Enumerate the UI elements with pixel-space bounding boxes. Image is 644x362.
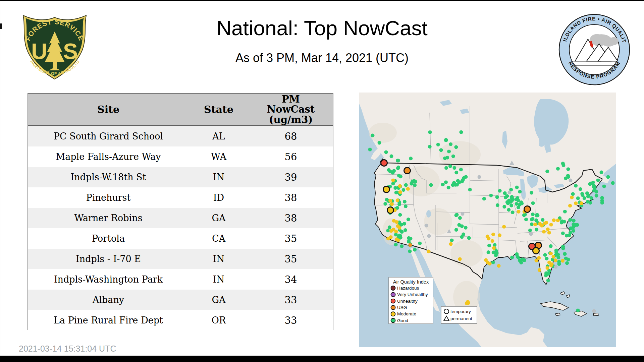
state-cell: IN [189, 254, 249, 264]
monitor-dot [545, 170, 549, 173]
monitor-dot [436, 143, 440, 146]
monitor-dot [523, 258, 526, 262]
monitor-dot [540, 224, 544, 228]
monitor-dot [444, 138, 448, 142]
monitor-dot [449, 142, 452, 146]
monitor-dot [448, 164, 452, 168]
monitor-dot [491, 239, 494, 243]
page-subtitle: As of 3 PM, Mar 14, 2021 (UTC) [0, 51, 644, 65]
aqi-legend-title: Air Quality Index [393, 279, 429, 285]
monitor-dot [572, 222, 575, 226]
monitor-dot [492, 246, 496, 250]
state-cell: IN [189, 172, 249, 182]
temporary-marker-icon [444, 309, 449, 314]
table-row: Maple Falls-Azure WayWA56 [28, 146, 333, 167]
monitor-dot [407, 218, 410, 221]
site-cell: Pinehurst [28, 192, 189, 203]
monitor-dot [467, 236, 471, 240]
monitor-dot [368, 148, 372, 152]
highlighted-site-marker [383, 186, 390, 193]
value-cell: 33 [249, 294, 333, 306]
legend-label-good: Good [397, 318, 408, 323]
monitor-dot [410, 182, 413, 186]
value-cell: 68 [249, 131, 333, 142]
monitor-dot [563, 210, 567, 214]
monitor-dot [396, 166, 400, 169]
monitor-dot [491, 233, 495, 236]
table-header-row: SiteStatePM NowCast (ug/m3) [28, 94, 333, 126]
monitor-dot [505, 200, 509, 204]
temporary-label: temporary [450, 309, 471, 314]
site-cell: Albany [28, 295, 189, 305]
legend-swatch-good [391, 318, 395, 323]
monitor-dot [488, 262, 492, 265]
monitor-dot [489, 194, 493, 197]
highlighted-site-marker [524, 206, 531, 213]
monitor-dot [561, 259, 565, 263]
monitor-dot [392, 228, 395, 231]
site-cell: Indpls-Washington Park [28, 274, 189, 285]
permanent-label: permanent [450, 316, 472, 321]
value-cell: 38 [249, 192, 333, 203]
monitor-dot [454, 171, 458, 174]
monitor-dot [580, 201, 583, 205]
monitor-dot [534, 219, 538, 222]
state-cell: OR [189, 315, 249, 325]
monitor-dot [396, 159, 399, 163]
monitor-dot [545, 266, 549, 270]
state-cell: WA [189, 152, 249, 162]
monitor-dot [460, 180, 464, 183]
monitor-dot [556, 167, 560, 171]
monitor-dot [531, 213, 535, 216]
monitor-dot [590, 196, 593, 200]
monitor-dot [404, 228, 407, 232]
monitor-dot [452, 166, 456, 170]
page-title: National: Top NowCast [0, 16, 644, 40]
monitor-dot [482, 197, 486, 200]
monitor-dot [524, 218, 528, 221]
monitor-dot [486, 235, 489, 238]
monitor-dot [389, 235, 393, 239]
monitor-dot [515, 186, 519, 189]
monitor-dot [445, 156, 449, 160]
monitor-dot [402, 222, 406, 226]
monitor-dot [487, 250, 490, 254]
monitor-dot [398, 190, 402, 194]
monitor-dot [468, 188, 472, 191]
monitor-dot [392, 169, 396, 173]
monitor-dot [516, 255, 520, 259]
monitor-dot [459, 130, 463, 134]
monitor-dot [531, 217, 534, 221]
monitor-dot [596, 179, 600, 182]
monitor-dot [522, 213, 526, 217]
monitor-dot [508, 191, 512, 194]
value-cell: 35 [249, 253, 333, 265]
monitor-dot [396, 238, 400, 242]
legend-swatch-very_unhealthy [391, 292, 395, 297]
monitor-dot [464, 226, 468, 230]
monitor-dot [589, 182, 592, 185]
legend-label-very_unhealthy: Very Unhealthy [397, 292, 428, 297]
monitor-dot [535, 228, 538, 232]
monitor-dot [497, 264, 501, 268]
monitor-dot [546, 227, 550, 231]
monitor-dot [556, 253, 560, 256]
monitor-dot [592, 309, 596, 313]
monitor-dot [404, 183, 408, 187]
monitor-dot [394, 191, 398, 194]
table-row: La Pine Rural Fire DeptOR33 [28, 310, 333, 330]
monitor-dot [602, 185, 606, 188]
monitor-dot [502, 205, 506, 208]
state-cell: GA [189, 213, 249, 223]
monitor-dot [545, 257, 548, 260]
monitor-dot [542, 230, 546, 234]
table-row: PC South Girard SchoolAL68 [28, 126, 333, 146]
monitor-dot [418, 242, 422, 245]
monitor-dot [447, 149, 451, 153]
monitor-dot [592, 189, 596, 192]
monitor-dot [409, 157, 413, 160]
wfaqrp-logo: WILDLAND FIRE • AIR QUALITY RESPONSE PRO… [558, 13, 631, 86]
monitor-dot [531, 201, 535, 205]
monitor-dot [425, 224, 428, 228]
monitor-dot [456, 179, 460, 183]
